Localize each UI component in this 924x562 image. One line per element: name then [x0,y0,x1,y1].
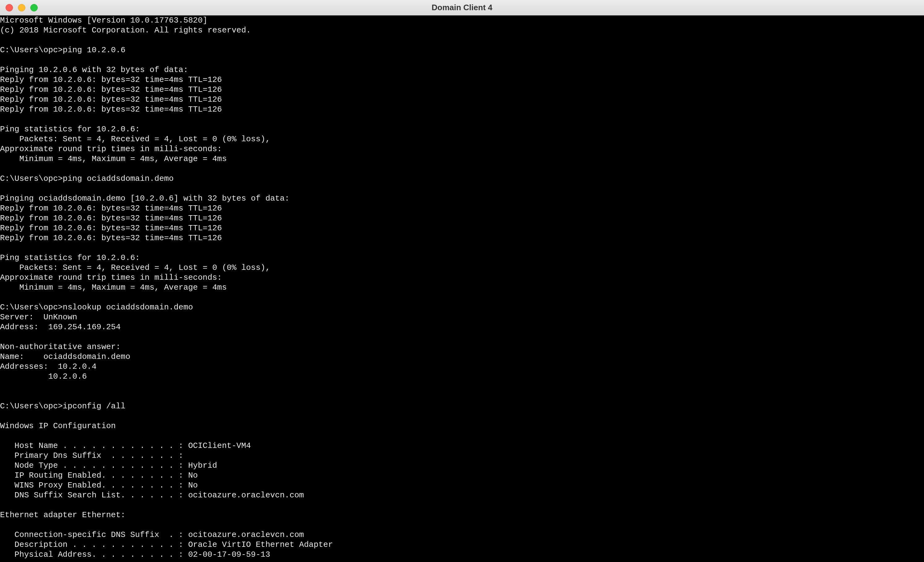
terminal-line: Reply from 10.2.0.6: bytes=32 time=4ms T… [0,223,924,233]
window-title: Domain Client 4 [0,3,924,12]
terminal-line: Packets: Sent = 4, Received = 4, Lost = … [0,134,924,144]
terminal-line [0,500,924,510]
terminal-line [0,164,924,174]
terminal-line: Physical Address. . . . . . . . . : 02-0… [0,550,924,559]
terminal-line: Reply from 10.2.0.6: bytes=32 time=4ms T… [0,233,924,243]
terminal-line: Ping statistics for 10.2.0.6: [0,124,924,134]
terminal-line: Connection-specific DNS Suffix . : ocito… [0,530,924,540]
terminal-line [0,332,924,342]
terminal-line: Description . . . . . . . . . . . : Orac… [0,540,924,550]
terminal-line: WINS Proxy Enabled. . . . . . . . : No [0,480,924,490]
terminal-line: Approximate round trip times in milli-se… [0,144,924,154]
terminal-line: Minimum = 4ms, Maximum = 4ms, Average = … [0,283,924,292]
terminal-line: IP Routing Enabled. . . . . . . . : No [0,471,924,480]
terminal-line: Pinging ociaddsdomain.demo [10.2.0.6] wi… [0,193,924,204]
terminal-line: Reply from 10.2.0.6: bytes=32 time=4ms T… [0,85,924,94]
terminal-line: Pinging 10.2.0.6 with 32 bytes of data: [0,65,924,75]
terminal-line: Name: ociaddsdomain.demo [0,352,924,362]
terminal-line [0,55,924,65]
terminal-line: Reply from 10.2.0.6: bytes=32 time=4ms T… [0,94,924,105]
terminal-line: Non-authoritative answer: [0,342,924,352]
terminal-line: Windows IP Configuration [0,421,924,431]
terminal-line: Ethernet adapter Ethernet: [0,510,924,520]
terminal-line [0,184,924,193]
terminal-line: DNS Suffix Search List. . . . . . : ocit… [0,490,924,500]
terminal-line: Microsoft Windows [Version 10.0.17763.58… [0,15,924,25]
close-icon[interactable] [6,4,13,12]
terminal-line: Server: UnKnown [0,312,924,322]
terminal-line: Host Name . . . . . . . . . . . . : OCIC… [0,441,924,451]
terminal-line: Approximate round trip times in milli-se… [0,273,924,283]
terminal-line [0,381,924,391]
terminal-line: C:\Users\opc>ipconfig /all [0,401,924,411]
terminal-line: Reply from 10.2.0.6: bytes=32 time=4ms T… [0,204,924,213]
terminal-line [0,520,924,530]
terminal-line: Reply from 10.2.0.6: bytes=32 time=4ms T… [0,105,924,114]
minimize-icon[interactable] [18,4,26,12]
terminal-line [0,411,924,421]
terminal-line: Address: 169.254.169.254 [0,322,924,332]
terminal-line [0,35,924,45]
terminal-line: Ping statistics for 10.2.0.6: [0,253,924,263]
terminal-line: C:\Users\opc>nslookup ociaddsdomain.demo [0,302,924,312]
terminal-line [0,292,924,302]
terminal-line [0,243,924,253]
terminal-line: C:\Users\opc>ping ociaddsdomain.demo [0,174,924,184]
terminal-line: Addresses: 10.2.0.4 [0,362,924,372]
terminal-line: (c) 2018 Microsoft Corporation. All righ… [0,25,924,35]
window-controls [6,4,38,12]
maximize-icon[interactable] [30,4,38,12]
terminal-output[interactable]: Microsoft Windows [Version 10.0.17763.58… [0,15,924,562]
terminal-line: 10.2.0.6 [0,372,924,381]
terminal-line: Reply from 10.2.0.6: bytes=32 time=4ms T… [0,213,924,223]
terminal-line [0,391,924,401]
terminal-line [0,431,924,441]
terminal-line: Primary Dns Suffix . . . . . . . : [0,451,924,461]
terminal-line: Minimum = 4ms, Maximum = 4ms, Average = … [0,154,924,164]
terminal-line: Packets: Sent = 4, Received = 4, Lost = … [0,263,924,273]
terminal-line [0,114,924,124]
terminal-line: Node Type . . . . . . . . . . . . : Hybr… [0,461,924,471]
terminal-line: C:\Users\opc>ping 10.2.0.6 [0,45,924,55]
window-titlebar: Domain Client 4 [0,0,924,15]
terminal-line: Reply from 10.2.0.6: bytes=32 time=4ms T… [0,75,924,85]
